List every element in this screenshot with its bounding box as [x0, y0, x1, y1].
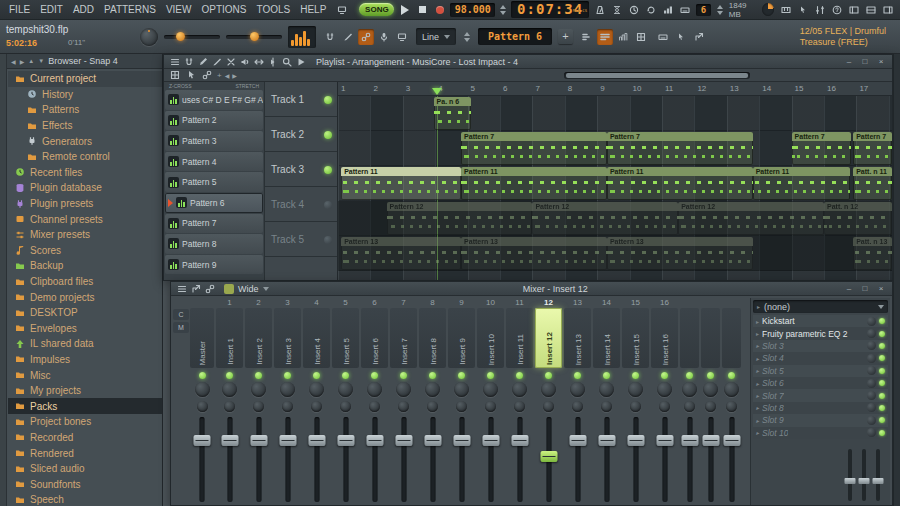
mixer-strip-name[interactable]: Insert 5	[332, 308, 359, 368]
menu-options[interactable]: OPTIONS	[196, 0, 251, 20]
send-fader[interactable]	[862, 449, 866, 501]
browser-item[interactable]: My projects	[8, 383, 162, 399]
mixer-strip[interactable]: 12Insert 12	[534, 298, 563, 505]
strip-enable-led[interactable]	[632, 372, 639, 379]
workspace-right-icon[interactable]	[880, 2, 896, 18]
workspace-left-icon[interactable]	[846, 2, 862, 18]
track-enable-led[interactable]	[324, 166, 332, 174]
touch-icon[interactable]	[795, 2, 811, 18]
track-enable-led[interactable]	[324, 236, 332, 244]
pattern-stepper[interactable]	[500, 5, 506, 15]
pattern-clip[interactable]: Pa. n 6	[434, 97, 471, 130]
pan-knob[interactable]	[599, 382, 614, 397]
mixer-strip-name[interactable]: Insert 7	[390, 308, 417, 368]
mixer-strip-name[interactable]	[680, 308, 699, 368]
mixer-strip[interactable]: 7Insert 7	[389, 298, 418, 505]
volume-fader[interactable]	[564, 415, 591, 505]
pan-knob[interactable]	[628, 382, 643, 397]
fader-cap[interactable]	[656, 435, 673, 446]
mixer-strip-name[interactable]: Master	[190, 308, 214, 368]
stereo-sep-knob[interactable]	[572, 401, 583, 412]
countdown-icon[interactable]	[626, 2, 642, 18]
fader-cap[interactable]	[366, 435, 383, 446]
fx-mix-knob[interactable]	[867, 366, 876, 375]
slip-icon[interactable]	[252, 56, 265, 68]
pattern-clip[interactable]: Pattern 11	[341, 167, 461, 200]
main-volume-slider[interactable]	[164, 35, 220, 39]
touch-icon[interactable]	[673, 29, 689, 45]
workspace-mid-icon[interactable]	[863, 2, 879, 18]
step-edit-icon[interactable]	[660, 2, 676, 18]
volume-fader[interactable]	[245, 415, 272, 505]
mixer-strip-name[interactable]	[701, 308, 720, 368]
pan-knob[interactable]	[222, 382, 237, 397]
mixer-strip[interactable]: 1Insert 1	[215, 298, 244, 505]
track-enable-led[interactable]	[324, 131, 332, 139]
zoom-icon[interactable]	[280, 56, 293, 68]
fader-cap[interactable]	[723, 435, 740, 446]
browser-item[interactable]: Channel presets	[8, 211, 162, 227]
strip-enable-led[interactable]	[429, 372, 436, 379]
stereo-sep-knob[interactable]	[197, 401, 208, 412]
mixer-strip-name[interactable]: Insert 9	[448, 308, 475, 368]
browser-item[interactable]: Backup	[8, 258, 162, 274]
stereo-sep-knob[interactable]	[340, 401, 351, 412]
panel-grip[interactable]	[0, 54, 7, 506]
menu-icon[interactable]	[175, 283, 188, 295]
fx-mix-knob[interactable]	[867, 354, 876, 363]
wait-icon[interactable]	[609, 2, 625, 18]
mixer-strip[interactable]: 16Insert 16	[650, 298, 679, 505]
mixer-view-selector[interactable]: Wide	[224, 284, 269, 294]
stereo-sep-knob[interactable]	[726, 401, 737, 412]
fader-cap[interactable]	[250, 435, 267, 446]
send-fader[interactable]	[848, 449, 852, 501]
main-volume-knob[interactable]	[140, 28, 158, 46]
sliders-icon[interactable]	[812, 2, 828, 18]
fx-mix-knob[interactable]	[867, 341, 876, 350]
stereo-sep-knob[interactable]	[456, 401, 467, 412]
volume-fader[interactable]	[593, 415, 620, 505]
browser-item[interactable]: Remote control	[8, 149, 162, 165]
browser-item[interactable]: Recorded	[8, 430, 162, 446]
mixer-strip[interactable]: 2Insert 2	[244, 298, 273, 505]
pan-knob[interactable]	[396, 382, 411, 397]
volume-fader[interactable]	[722, 415, 741, 505]
browser-item[interactable]: Plugin presets	[8, 196, 162, 212]
strip-enable-led[interactable]	[574, 372, 581, 379]
shape-selector[interactable]: Line	[416, 28, 456, 45]
browser-item[interactable]: Generators	[8, 133, 162, 149]
pattern-clip[interactable]: Pattern 13	[461, 237, 607, 270]
volume-fader[interactable]	[622, 415, 649, 505]
pan-knob[interactable]	[309, 382, 324, 397]
track-header[interactable]: Track 3	[265, 152, 337, 187]
typing-keyboard-icon[interactable]	[655, 29, 671, 45]
mute-icon[interactable]	[238, 56, 251, 68]
browser-item[interactable]: Scores	[8, 243, 162, 259]
volume-fader[interactable]	[190, 415, 214, 505]
volume-fader[interactable]	[477, 415, 504, 505]
pan-knob[interactable]	[454, 382, 469, 397]
pan-knob[interactable]	[195, 382, 210, 397]
magnet-icon[interactable]	[182, 56, 195, 68]
mixer-strip-name[interactable]: Insert 15	[622, 308, 649, 368]
menu-add[interactable]: ADD	[68, 0, 99, 20]
menu-patterns[interactable]: PATTERNS	[99, 0, 161, 20]
stereo-sep-knob[interactable]	[427, 401, 438, 412]
fx-enable-led[interactable]	[879, 368, 885, 374]
magnet-icon[interactable]	[322, 29, 338, 45]
forward-icon[interactable]: ▶	[20, 58, 25, 65]
mixer-strip[interactable]: 8Insert 8	[418, 298, 447, 505]
strip-enable-led[interactable]	[342, 372, 349, 379]
detach-icon[interactable]	[691, 29, 707, 45]
pan-knob[interactable]	[367, 382, 382, 397]
playlist-icon[interactable]	[579, 29, 595, 45]
play-button[interactable]	[397, 3, 412, 17]
fader-cap[interactable]	[627, 435, 644, 446]
browser-item[interactable]: Packs	[8, 398, 162, 414]
strip-enable-led[interactable]	[255, 372, 262, 379]
pattern-select-stepper[interactable]	[464, 32, 470, 42]
mixer-strip[interactable]	[700, 298, 721, 505]
fx-slot[interactable]: ▸Slot 7	[753, 389, 888, 401]
mixer-strip-name[interactable]: Insert 13	[564, 308, 591, 368]
fader-cap[interactable]	[511, 435, 528, 446]
